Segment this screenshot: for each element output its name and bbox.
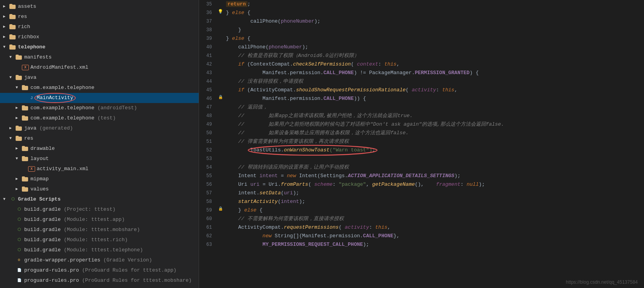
tree-item-build-gradle-telephone[interactable]: ⬡ build.gradle (Module: tttest.telephone… [0, 245, 199, 255]
gutter-46: 🔒 [217, 94, 224, 100]
folder-icon-java [16, 75, 23, 80]
line-content-39: } else { [224, 34, 644, 43]
label-proguard-app: proguard-rules.pro (ProGuard Rules for t… [24, 266, 197, 275]
line-num-62: 62 [199, 232, 217, 240]
prop-icon-wrapper: ⚙ [16, 258, 23, 263]
line-content-47: // 返回值， [224, 103, 644, 112]
tree-item-java[interactable]: java [0, 73, 199, 83]
arrow-rich [3, 23, 9, 31]
code-line-59: 59 🔒 } else { [199, 206, 644, 215]
code-line-41: 41 // 检查是否获取了权限（Android6.0运行时权限） [199, 52, 644, 60]
pro-icon-mobshare: 📄 [16, 278, 23, 283]
arrow-java [9, 73, 16, 82]
tree-item-proguard-rich[interactable]: 📄 proguard-rules.pro (ProGuard Rules for… [0, 286, 199, 288]
tree-item-androidtest[interactable]: com.example.telephone (androidTest) [0, 103, 199, 113]
line-content-40: callPhone(phoneNumber); [224, 43, 644, 52]
line-num-42: 42 [199, 60, 217, 69]
code-container: 35 return; 36 💡 } else { 37 callPhone(ph… [199, 0, 644, 249]
tree-item-assets[interactable]: assets [0, 2, 199, 12]
tree-item-mipmap[interactable]: mipmap [0, 174, 199, 184]
java-icon-mainactivity: J [28, 95, 35, 101]
code-line-45: 45 if (ActivityCompat.shouldShowRequestP… [199, 86, 644, 94]
code-line-46: 46 🔒 Manifest.permission.CALL_PHONE)) { [199, 94, 644, 103]
line-content-41: // 检查是否获取了权限（Android6.0运行时权限） [224, 52, 644, 60]
tree-item-res2[interactable]: res [0, 133, 199, 144]
folder-icon-layout [22, 156, 29, 162]
label-layout: layout [30, 155, 197, 163]
label-res: res [18, 12, 197, 21]
lock-icon-59: 🔒 [218, 206, 223, 212]
folder-icon-mipmap [22, 176, 29, 182]
tree-item-rich[interactable]: rich [0, 22, 199, 32]
line-num-48: 48 [199, 112, 217, 120]
code-line-54: 54 // 帮跳转到该应用的设置界面，让用户手动授权 [199, 163, 644, 172]
line-num-38: 38 [199, 26, 217, 34]
line-num-53: 53 [199, 155, 217, 163]
line-content-52: ToastUtils.onWarnShowToast("Warn toast")… [224, 146, 644, 155]
tree-item-androidmanifest[interactable]: X AndroidManifest.xml [0, 62, 199, 73]
line-content-57: intent.setData(uri); [224, 189, 644, 197]
code-line-50: 50 // 如果设备策略禁止应用拥有这条权限，这个方法也返回false. [199, 129, 644, 137]
tree-item-build-gradle-rich[interactable]: ⬡ build.gradle (Module: tttest.rich) [0, 235, 199, 245]
label-com-example-telephone: com.example.telephone [30, 84, 197, 92]
tree-item-proguard-app[interactable]: 📄 proguard-rules.pro (ProGuard Rules for… [0, 265, 199, 276]
tree-item-layout[interactable]: layout [0, 154, 199, 164]
tree-item-test[interactable]: com.example.telephone (test) [0, 113, 199, 123]
code-line-43: 43 Manifest.permission.CALL_PHONE) != Pa… [199, 69, 644, 77]
tree-item-build-gradle-app[interactable]: ⬡ build.gradle (Module: tttest.app) [0, 215, 199, 225]
tree-item-build-gradle-project[interactable]: ⬡ build.gradle (Project: tttest) [0, 204, 199, 215]
line-num-40: 40 [199, 43, 217, 52]
bulb-icon-36: 💡 [218, 9, 223, 14]
line-content-58: startActivity(intent); [224, 197, 644, 206]
line-content-50: // 如果设备策略禁止应用拥有这条权限，这个方法也返回false. [224, 129, 644, 137]
arrow-com-example-telephone [16, 84, 22, 92]
line-num-45: 45 [199, 86, 217, 94]
line-num-49: 49 [199, 120, 217, 129]
line-num-54: 54 [199, 163, 217, 172]
tree-item-gradle-scripts[interactable]: ⬡ Gradle Scripts [0, 194, 199, 204]
line-num-47: 47 [199, 103, 217, 112]
folder-icon-rich [9, 24, 16, 30]
line-num-52: 52 [199, 146, 217, 155]
line-num-35: 35 [199, 0, 217, 9]
code-editor[interactable]: 35 return; 36 💡 } else { 37 callPhone(ph… [199, 0, 644, 288]
label-build-gradle-mobshare: build.gradle (Module: tttest.mobshare) [24, 226, 197, 234]
code-line-62: 62 new String[]{Manifest.permission.CALL… [199, 232, 644, 240]
tree-item-res[interactable]: res [0, 12, 199, 22]
line-num-59: 59 [199, 206, 217, 215]
label-proguard-rich: proguard-rules.pro (ProGuard Rules for t… [24, 286, 197, 288]
tree-item-manifests[interactable]: manifests [0, 52, 199, 62]
tree-item-activity-main-xml[interactable]: X activity_main.xml [0, 164, 199, 174]
code-line-48: 48 // 如果app之前请求该权限,被用户拒绝，这个方法就会返回true. [199, 112, 644, 120]
tree-item-values[interactable]: values [0, 184, 199, 194]
line-num-57: 57 [199, 189, 217, 197]
code-line-57: 57 intent.setData(uri); [199, 189, 644, 197]
folder-icon-manifests [16, 55, 23, 60]
arrow-res2 [9, 134, 16, 143]
file-tree[interactable]: assets res rich richbox telephone manife… [0, 0, 199, 288]
tree-item-java-generated[interactable]: java (generated) [0, 123, 199, 133]
label-build-gradle-app: build.gradle (Module: tttest.app) [24, 215, 197, 224]
tree-item-mainactivity[interactable]: J MainActivity [0, 93, 199, 103]
tree-item-richbox[interactable]: richbox [0, 32, 199, 42]
line-num-46: 46 [199, 94, 217, 103]
arrow-manifests [9, 53, 16, 62]
tree-item-com-example-telephone[interactable]: com.example.telephone [0, 83, 199, 93]
tree-item-telephone[interactable]: telephone [0, 42, 199, 52]
gutter-59: 🔒 [217, 206, 224, 212]
folder-icon-richbox [9, 34, 16, 40]
gradle-icon-mobshare: ⬡ [16, 227, 23, 233]
line-content-61: ActivityCompat.requestPermissions( activ… [224, 223, 644, 232]
line-content-55: Intent intent = new Intent(Settings.ACTI… [224, 172, 644, 180]
label-res2: res [24, 134, 197, 143]
label-assets: assets [18, 2, 197, 11]
label-androidmanifest: AndroidManifest.xml [30, 63, 197, 72]
tree-item-gradle-wrapper[interactable]: ⚙ gradle-wrapper.properties (Gradle Vers… [0, 255, 199, 265]
folder-icon-drawable [22, 146, 29, 151]
tree-item-build-gradle-mobshare[interactable]: ⬡ build.gradle (Module: tttest.mobshare) [0, 225, 199, 235]
tree-item-proguard-mobshare[interactable]: 📄 proguard-rules.pro (ProGuard Rules for… [0, 276, 199, 286]
code-line-51: 51 // 弹窗需要解释为何需要该权限，再次请求授权 [199, 137, 644, 146]
label-manifests: manifests [24, 53, 197, 62]
code-line-38: 38 } [199, 26, 644, 34]
tree-item-drawable[interactable]: drawable [0, 144, 199, 154]
